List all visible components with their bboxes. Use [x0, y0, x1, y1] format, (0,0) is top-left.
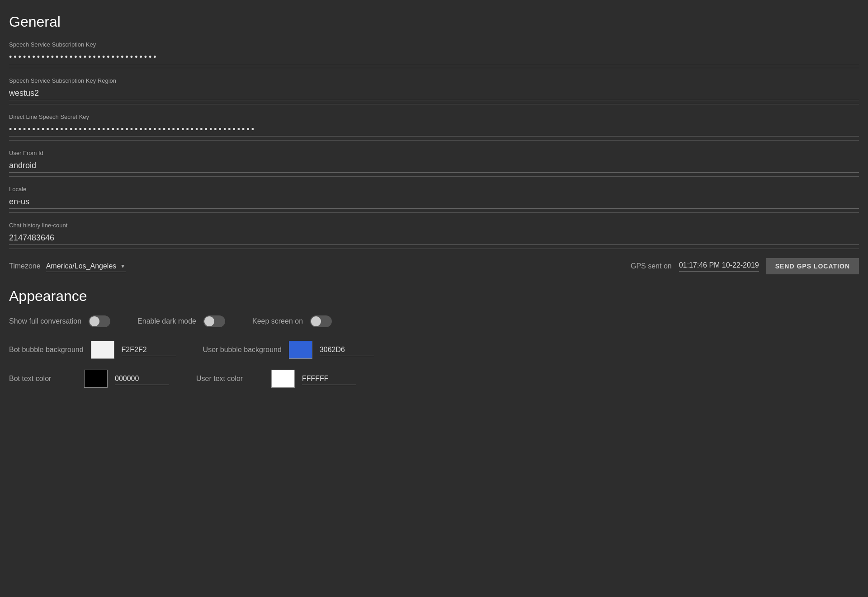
bot-text-color-swatch[interactable]	[84, 370, 108, 388]
chat-history-line-count-label: Chat history line-count	[9, 222, 859, 229]
user-text-color-label: User text color	[196, 375, 264, 383]
user-bubble-background-item: User bubble background	[203, 341, 374, 359]
user-bubble-background-swatch[interactable]	[289, 341, 312, 359]
user-from-id-field: User From Id	[9, 150, 859, 177]
gps-group: GPS sent on 01:17:46 PM 10-22-2019 SEND …	[631, 258, 859, 274]
user-text-color-hex-input[interactable]	[302, 373, 356, 385]
keep-screen-on-label: Keep screen on	[252, 317, 303, 325]
direct-line-speech-secret-field: Direct Line Speech Secret Key	[9, 113, 859, 141]
speech-subscription-key-region-label: Speech Service Subscription Key Region	[9, 77, 859, 84]
speech-subscription-key-region-field: Speech Service Subscription Key Region	[9, 77, 859, 104]
bot-text-color-label: Bot text color	[9, 375, 77, 383]
bot-bubble-background-swatch[interactable]	[91, 341, 114, 359]
direct-line-speech-secret-input[interactable]	[9, 123, 859, 136]
speech-subscription-key-input[interactable]	[9, 51, 859, 64]
bot-bubble-background-item: Bot bubble background	[9, 341, 176, 359]
user-bubble-background-label: User bubble background	[203, 346, 282, 354]
appearance-section: Appearance Show full conversation Enable…	[9, 288, 859, 388]
general-section-title: General	[9, 14, 859, 30]
speech-subscription-key-field: Speech Service Subscription Key	[9, 41, 859, 68]
bot-text-color-item: Bot text color	[9, 370, 169, 388]
bot-bubble-background-hex-input[interactable]	[122, 344, 176, 356]
color-row-1: Bot bubble background User bubble backgr…	[9, 341, 859, 359]
show-full-conversation-toggle[interactable]	[89, 315, 110, 327]
user-from-id-label: User From Id	[9, 150, 859, 156]
chat-history-line-count-field: Chat history line-count	[9, 222, 859, 249]
timezone-label: Timezone	[9, 262, 41, 270]
bot-text-color-hex-input[interactable]	[115, 373, 169, 385]
show-full-conversation-toggle-item: Show full conversation	[9, 315, 110, 327]
user-from-id-input[interactable]	[9, 159, 859, 173]
enable-dark-mode-label: Enable dark mode	[137, 317, 196, 325]
color-row-2: Bot text color User text color	[9, 370, 859, 388]
user-text-color-item: User text color	[196, 370, 356, 388]
direct-line-speech-secret-label: Direct Line Speech Secret Key	[9, 113, 859, 120]
show-full-conversation-label: Show full conversation	[9, 317, 81, 325]
timezone-select[interactable]: America/Los_Angeles America/New_York UTC…	[46, 260, 126, 272]
chat-history-line-count-input[interactable]	[9, 231, 859, 245]
user-bubble-background-hex-input[interactable]	[320, 344, 374, 356]
timezone-gps-row: Timezone America/Los_Angeles America/New…	[9, 258, 859, 274]
speech-subscription-key-label: Speech Service Subscription Key	[9, 41, 859, 48]
locale-field: Locale	[9, 186, 859, 213]
timezone-group: Timezone America/Los_Angeles America/New…	[9, 260, 126, 272]
user-text-color-swatch[interactable]	[271, 370, 295, 388]
locale-input[interactable]	[9, 195, 859, 209]
send-gps-button[interactable]: SEND GPS LOCATION	[766, 258, 859, 274]
bot-bubble-background-label: Bot bubble background	[9, 346, 84, 354]
locale-label: Locale	[9, 186, 859, 193]
enable-dark-mode-toggle-item: Enable dark mode	[137, 315, 225, 327]
gps-value: 01:17:46 PM 10-22-2019	[679, 261, 759, 272]
keep-screen-on-toggle[interactable]	[310, 315, 332, 327]
speech-subscription-key-region-input[interactable]	[9, 87, 859, 100]
timezone-select-wrapper[interactable]: America/Los_Angeles America/New_York UTC…	[46, 260, 126, 272]
toggle-row: Show full conversation Enable dark mode …	[9, 315, 859, 327]
appearance-section-title: Appearance	[9, 288, 859, 305]
keep-screen-on-toggle-item: Keep screen on	[252, 315, 332, 327]
gps-label: GPS sent on	[631, 262, 672, 270]
enable-dark-mode-toggle[interactable]	[203, 315, 225, 327]
